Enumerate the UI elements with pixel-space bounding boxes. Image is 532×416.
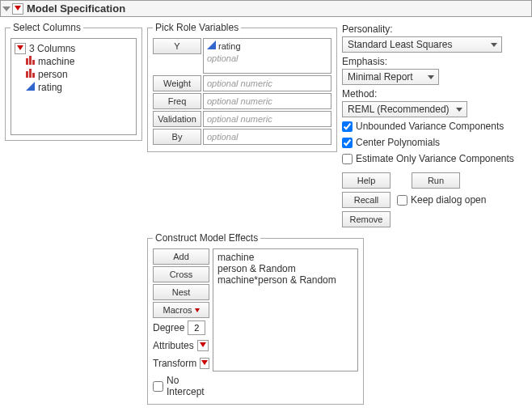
method-dropdown[interactable]: REML (Recommended) — [342, 101, 467, 117]
keep-open-row[interactable]: Keep dialog open — [397, 194, 486, 206]
role-by-field[interactable]: optional — [203, 129, 331, 145]
unbounded-checkbox-row[interactable]: Unbounded Variance Components — [342, 121, 527, 132]
role-y-value: rating — [218, 41, 241, 51]
columns-count-label: 3 Columns — [29, 43, 75, 54]
effects-list[interactable]: machine person & Random machine*person &… — [213, 248, 358, 371]
column-label: rating — [38, 82, 62, 93]
select-columns-group: Select Columns 3 Columns machine person — [5, 22, 142, 141]
nominal-icon — [26, 69, 35, 80]
column-label: machine — [38, 56, 74, 67]
columns-menu-icon[interactable] — [15, 43, 26, 54]
svg-rect-7 — [32, 73, 35, 78]
role-weight-field[interactable]: optional numeric — [203, 75, 331, 91]
emphasis-dropdown[interactable]: Minimal Report — [342, 69, 439, 85]
pick-role-legend: Pick Role Variables — [153, 22, 241, 33]
svg-marker-8 — [26, 82, 35, 91]
continuous-icon — [26, 82, 35, 93]
unbounded-label: Unbounded Variance Components — [356, 121, 504, 132]
transform-label: Transform — [153, 358, 196, 369]
role-weight-button[interactable]: Weight — [153, 75, 201, 91]
column-item-machine[interactable]: machine — [15, 55, 133, 68]
svg-marker-9 — [207, 40, 216, 49]
run-button[interactable]: Run — [412, 172, 460, 189]
select-columns-legend: Select Columns — [11, 22, 83, 33]
no-intercept-row[interactable]: No Intercept — [153, 375, 209, 397]
pick-role-group: Pick Role Variables Y rating optional We… — [147, 22, 337, 152]
options-panel: Personality: Standard Least Squares Emph… — [342, 22, 527, 227]
role-y-button[interactable]: Y — [153, 38, 201, 54]
panel-header: Model Specification — [0, 0, 532, 17]
role-freq-button[interactable]: Freq — [153, 93, 201, 109]
svg-marker-10 — [200, 342, 206, 347]
no-intercept-label: No Intercept — [167, 375, 209, 397]
center-checkbox[interactable] — [342, 138, 353, 148]
effect-item[interactable]: person & Random — [217, 263, 353, 274]
construct-effects-legend: Construct Model Effects — [153, 232, 260, 244]
role-validation-button[interactable]: Validation — [153, 111, 201, 127]
degree-label: Degree — [153, 322, 184, 333]
unbounded-checkbox[interactable] — [342, 121, 353, 132]
column-item-rating[interactable]: rating — [15, 81, 133, 94]
estimate-only-label: Estimate Only Variance Components — [356, 153, 514, 164]
svg-marker-11 — [201, 360, 208, 365]
column-label: person — [38, 69, 68, 80]
role-y-field[interactable]: rating optional — [203, 38, 331, 74]
svg-rect-3 — [29, 56, 32, 65]
macros-button[interactable]: Macros — [153, 302, 209, 318]
attributes-label: Attributes — [153, 340, 194, 351]
degree-input[interactable] — [188, 320, 205, 335]
role-y-hint: optional — [207, 53, 239, 63]
recall-button[interactable]: Recall — [342, 192, 391, 208]
svg-rect-4 — [32, 60, 35, 65]
effect-item[interactable]: machine*person & Random — [217, 274, 353, 286]
attributes-menu-icon[interactable] — [197, 340, 209, 351]
no-intercept-checkbox[interactable] — [153, 381, 163, 392]
personality-dropdown[interactable]: Standard Least Squares — [342, 36, 502, 53]
svg-marker-1 — [17, 45, 23, 50]
remove-button[interactable]: Remove — [342, 211, 391, 227]
svg-rect-5 — [26, 71, 28, 78]
construct-effects-group: Construct Model Effects Add Cross Nest M… — [147, 232, 364, 405]
effect-item[interactable]: machine — [217, 252, 353, 263]
emphasis-label: Emphasis: — [342, 56, 527, 67]
estimate-only-checkbox-row[interactable]: Estimate Only Variance Components — [342, 153, 527, 164]
estimate-only-checkbox[interactable] — [342, 154, 353, 164]
personality-label: Personality: — [342, 23, 527, 35]
svg-rect-2 — [26, 58, 28, 65]
panel-title: Model Specification — [27, 2, 125, 15]
column-item-person[interactable]: person — [15, 68, 133, 81]
nest-button[interactable]: Nest — [153, 284, 209, 300]
add-button[interactable]: Add — [153, 248, 209, 265]
help-button[interactable]: Help — [342, 172, 391, 189]
method-label: Method: — [342, 88, 527, 100]
panel-menu-icon[interactable] — [12, 3, 23, 15]
disclosure-icon[interactable] — [2, 6, 11, 11]
continuous-icon — [207, 40, 216, 51]
role-freq-field[interactable]: optional numeric — [203, 93, 331, 109]
center-checkbox-row[interactable]: Center Polynomials — [342, 137, 527, 148]
nominal-icon — [26, 56, 35, 67]
role-by-button[interactable]: By — [153, 129, 201, 145]
keep-open-checkbox[interactable] — [397, 195, 407, 206]
columns-list[interactable]: 3 Columns machine person rating — [11, 38, 137, 135]
svg-rect-6 — [29, 69, 32, 78]
role-validation-field[interactable]: optional numeric — [203, 111, 331, 127]
center-label: Center Polynomials — [356, 137, 440, 148]
transform-menu-icon[interactable] — [200, 358, 209, 369]
keep-open-label: Keep dialog open — [411, 194, 486, 206]
svg-marker-0 — [15, 6, 21, 11]
columns-count-row[interactable]: 3 Columns — [15, 42, 133, 55]
cross-button[interactable]: Cross — [153, 266, 209, 282]
